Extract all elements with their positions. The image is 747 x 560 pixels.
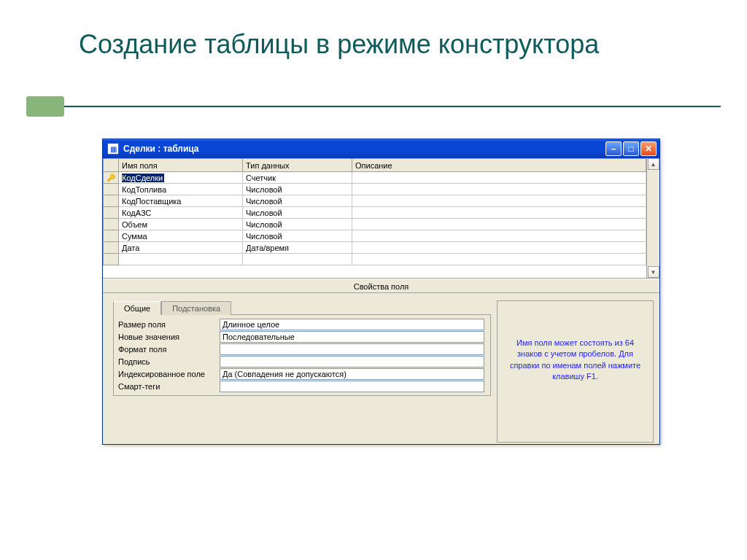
cell-field-type[interactable]: Счетчик	[243, 172, 352, 184]
row-selector[interactable]	[104, 242, 119, 254]
property-value[interactable]	[220, 381, 484, 392]
minimize-button[interactable]: –	[605, 141, 622, 156]
property-label: Новые значения	[114, 332, 220, 341]
slide-title: Создание таблицы в режиме конструктора	[79, 28, 599, 61]
property-row: Подпись	[114, 355, 490, 368]
row-selector[interactable]	[104, 219, 119, 230]
cell-field-name[interactable]: КодТоплива	[119, 184, 243, 195]
row-selector[interactable]	[104, 254, 119, 265]
properties-region: Общие Подстановка Размер поляДлинное цел…	[103, 293, 659, 443]
cell-field-type[interactable]: Числовой	[243, 207, 352, 219]
vertical-scrollbar[interactable]: ▲ ▼	[646, 158, 659, 278]
table-row[interactable]: КодАЗСЧисловой	[104, 207, 646, 219]
table-row[interactable]: 🔑КодСделкиСчетчик	[104, 172, 646, 184]
cell-field-name[interactable]: КодПоставщика	[119, 195, 243, 207]
property-row: Индексированное полеДа (Совпадения не до…	[114, 368, 490, 380]
scroll-down-button[interactable]: ▼	[648, 266, 659, 278]
table-icon: ▦	[107, 143, 119, 155]
cell-empty[interactable]	[119, 254, 243, 265]
cell-field-desc[interactable]	[352, 195, 646, 207]
cell-field-name[interactable]: Объем	[119, 219, 243, 230]
cell-field-type[interactable]: Числовой	[243, 219, 352, 230]
column-header-name[interactable]: Имя поля	[119, 159, 243, 172]
bullet-accent	[26, 96, 64, 117]
row-selector[interactable]	[104, 230, 119, 242]
close-button[interactable]: ✕	[640, 141, 657, 156]
row-selector[interactable]	[104, 207, 119, 219]
fields-grid[interactable]: Имя поля Тип данных Описание 🔑КодСделкиС…	[103, 158, 646, 265]
properties-panel: Размер поляДлинное целоеНовые значенияПо…	[113, 314, 491, 396]
cell-field-name[interactable]: КодСделки	[119, 172, 243, 184]
table-row[interactable]: СуммаЧисловой	[104, 230, 646, 242]
table-row[interactable]	[104, 254, 646, 265]
row-selector[interactable]: 🔑	[104, 172, 119, 184]
table-row[interactable]: ОбъемЧисловой	[104, 219, 646, 230]
maximize-button[interactable]: □	[623, 141, 639, 156]
cell-field-desc[interactable]	[352, 219, 646, 230]
help-panel: Имя поля может состоять из 64 знаков с у…	[497, 300, 654, 443]
table-row[interactable]: КодПоставщикаЧисловой	[104, 195, 646, 207]
cell-field-type[interactable]: Дата/время	[243, 242, 352, 254]
fields-grid-region: Имя поля Тип данных Описание 🔑КодСделкиС…	[103, 158, 659, 279]
property-value[interactable]: Длинное целое	[220, 319, 484, 330]
property-row: Смарт-теги	[114, 380, 490, 392]
cell-field-desc[interactable]	[352, 207, 646, 219]
property-value[interactable]: Да (Совпадения не допускаются)	[220, 368, 484, 380]
column-header-desc[interactable]: Описание	[352, 159, 646, 172]
cell-field-type[interactable]: Числовой	[243, 195, 352, 207]
cell-empty[interactable]	[352, 254, 646, 265]
primary-key-icon: 🔑	[107, 174, 115, 182]
cell-field-name[interactable]: КодАЗС	[119, 207, 243, 219]
cell-field-desc[interactable]	[352, 184, 646, 195]
property-value[interactable]	[220, 343, 484, 355]
row-selector[interactable]	[104, 195, 119, 207]
property-label: Формат поля	[114, 345, 220, 354]
cell-empty[interactable]	[243, 254, 352, 265]
scroll-up-button[interactable]: ▲	[648, 158, 659, 170]
cell-field-name[interactable]: Дата	[119, 242, 243, 254]
property-label: Подпись	[114, 357, 220, 366]
cell-field-name[interactable]: Сумма	[119, 230, 243, 242]
property-value[interactable]: Последовательные	[220, 331, 484, 343]
table-row[interactable]: ДатаДата/время	[104, 242, 646, 254]
cell-field-type[interactable]: Числовой	[243, 230, 352, 242]
property-label: Смарт-теги	[114, 382, 220, 391]
cell-field-type[interactable]: Числовой	[243, 184, 352, 195]
property-row: Новые значенияПоследовательные	[114, 330, 490, 343]
cell-field-desc[interactable]	[352, 242, 646, 254]
row-selector[interactable]	[104, 184, 119, 195]
titlebar[interactable]: ▦ Сделки : таблица – □ ✕	[103, 139, 659, 158]
property-row: Формат поля	[114, 343, 490, 355]
window-title: Сделки : таблица	[123, 144, 605, 154]
properties-section-title: Свойства поля	[103, 279, 659, 293]
property-label: Индексированное поле	[114, 370, 220, 378]
property-label: Размер поля	[114, 320, 220, 329]
property-row: Размер поляДлинное целое	[114, 318, 490, 330]
tab-lookup[interactable]: Подстановка	[161, 301, 231, 315]
tab-general[interactable]: Общие	[113, 301, 161, 315]
table-row[interactable]: КодТопливаЧисловой	[104, 184, 646, 195]
table-designer-window: ▦ Сделки : таблица – □ ✕ Имя поля Тип да…	[102, 139, 660, 445]
cell-field-desc[interactable]	[352, 172, 646, 184]
property-value[interactable]	[220, 356, 484, 368]
column-header-type[interactable]: Тип данных	[243, 159, 352, 172]
cell-field-desc[interactable]	[352, 230, 646, 242]
divider-line	[64, 106, 721, 107]
row-selector-header	[104, 159, 119, 172]
